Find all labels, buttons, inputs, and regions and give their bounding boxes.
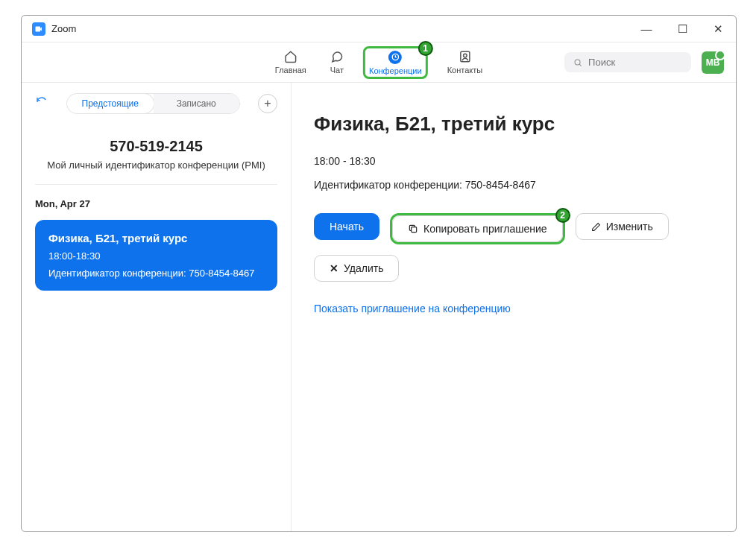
title-bar: Zoom — ☐ ✕ [22, 16, 736, 42]
pencil-icon [591, 222, 601, 232]
nav-contacts-label: Контакты [447, 66, 483, 75]
meeting-id-line: Идентификатор конференции: 750-8454-8467 [314, 179, 714, 191]
show-invite-link[interactable]: Показать приглашение на конференцию [314, 303, 714, 314]
meeting-time: 18:00 - 18:30 [314, 155, 714, 167]
nav-home-label: Главная [275, 66, 306, 75]
copy-invite-button[interactable]: Копировать приглашение [392, 215, 563, 242]
chat-icon [330, 49, 344, 64]
window-controls: — ☐ ✕ [639, 22, 725, 36]
copy-icon [408, 224, 418, 234]
edit-button-label: Изменить [606, 221, 653, 233]
x-icon: ✕ [330, 262, 338, 274]
minimize-button[interactable]: — [639, 22, 654, 36]
delete-button-label: Удалить [344, 262, 383, 274]
annotation-badge-1: 1 [418, 41, 433, 56]
nav-center: Главная Чат 1 Конференции Контакты [271, 46, 487, 79]
nav-right: МВ [564, 51, 724, 74]
nav-meetings-label: Конференции [369, 66, 422, 75]
meeting-card[interactable]: Физика, Б21, третий курс 18:00-18:30 Иде… [35, 220, 277, 291]
svg-point-3 [575, 59, 580, 64]
delete-button[interactable]: ✕ Удалить [314, 255, 399, 282]
zoom-app-icon [32, 22, 45, 36]
nav-meetings[interactable]: 1 Конференции [363, 46, 428, 79]
close-button[interactable]: ✕ [711, 22, 725, 36]
segment-control: Предстоящие Записано [66, 93, 240, 114]
contacts-icon [458, 49, 471, 64]
pmi-label: Мой личный идентификатор конференции (PM… [35, 159, 277, 171]
clock-icon [388, 50, 402, 65]
home-icon [284, 49, 297, 64]
tab-upcoming[interactable]: Предстоящие [67, 94, 154, 113]
nav-chat-label: Чат [330, 66, 344, 75]
card-id: Идентификатор конференции: 750-8454-8467 [48, 268, 264, 279]
tab-recorded[interactable]: Записано [154, 94, 240, 113]
search-input[interactable] [588, 57, 682, 68]
copy-invite-highlight: 2 Копировать приглашение [390, 213, 565, 244]
search-box[interactable] [564, 52, 691, 72]
pmi-number: 570-519-2145 [35, 138, 277, 155]
svg-point-2 [463, 54, 467, 57]
start-button-label: Начать [330, 221, 364, 233]
body-area: Предстоящие Записано + 570-519-2145 Мой … [22, 83, 736, 531]
search-icon [573, 57, 582, 68]
maximize-button[interactable]: ☐ [675, 22, 690, 36]
button-row: Начать 2 Копировать приглашение Изменить… [314, 213, 714, 282]
card-time: 18:00-18:30 [48, 250, 264, 262]
nav-home[interactable]: Главная [271, 46, 311, 79]
top-nav: Главная Чат 1 Конференции Контакты [22, 42, 736, 83]
nav-contacts[interactable]: Контакты [443, 46, 488, 79]
card-title: Физика, Б21, третий курс [48, 232, 264, 244]
app-title: Zoom [51, 23, 76, 34]
copy-invite-label: Копировать приглашение [423, 223, 547, 235]
start-button[interactable]: Начать [314, 213, 379, 240]
date-label: Mon, Apr 27 [35, 198, 277, 209]
meeting-title: Физика, Б21, третий курс [314, 113, 714, 136]
avatar[interactable]: МВ [702, 51, 724, 74]
refresh-icon[interactable] [35, 95, 48, 112]
nav-chat[interactable]: Чат [326, 46, 348, 79]
sidebar-top: Предстоящие Записано + [35, 93, 277, 114]
pmi-block[interactable]: 570-519-2145 Мой личный идентификатор ко… [35, 130, 277, 185]
svg-rect-4 [412, 227, 417, 233]
sidebar: Предстоящие Записано + 570-519-2145 Мой … [22, 83, 292, 531]
app-window: Zoom — ☐ ✕ Главная Чат 1 [21, 15, 737, 532]
edit-button[interactable]: Изменить [576, 213, 669, 240]
main-panel: Физика, Б21, третий курс 18:00 - 18:30 И… [292, 83, 736, 531]
annotation-badge-2: 2 [555, 208, 570, 223]
add-meeting-button[interactable]: + [258, 94, 277, 113]
